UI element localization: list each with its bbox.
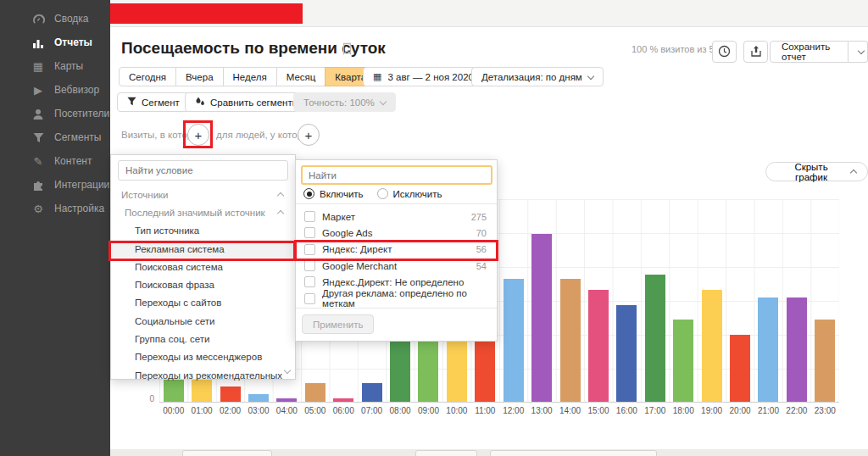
x-tick-label: 17:00 [641,406,669,415]
bar-21:00[interactable] [758,298,778,402]
bar-18:00[interactable] [673,320,693,402]
bar-12:00[interactable] [504,279,524,402]
bottom-control[interactable] [490,450,657,456]
x-axis-labels: 00:0001:0002:0003:0004:0005:0006:0007:00… [159,406,839,418]
apply-button[interactable]: Применить [302,314,374,334]
condition-search-input[interactable] [118,160,288,181]
checkbox-icon[interactable] [304,211,315,222]
ad-option-other-ads[interactable]: Другая реклама: определено по меткам [296,290,497,306]
period-yesterday[interactable]: Вчера [175,67,223,86]
visits-summary: 100 % визитов из 560 [632,44,725,54]
add-visits-condition-button[interactable]: + [187,124,209,146]
bar-22:00[interactable] [787,298,807,402]
bar-02:00[interactable] [220,386,241,402]
sidebar-item-reports[interactable]: Отчеты [0,31,110,54]
chevron-up-icon [277,210,284,217]
condition-item-search-phrase[interactable]: Поисковая фраза [111,275,295,293]
bar-04:00[interactable] [276,398,297,402]
period-today[interactable]: Сегодня [119,67,176,86]
condition-item-social-group[interactable]: Группа соц. сети [111,330,295,348]
scroll-down-icon[interactable] [285,364,290,375]
sidebar-item-webvisor[interactable]: ▶ Вебвизор [0,78,110,102]
sidebar-item-label: Вебвизор [54,84,99,96]
date-range-button[interactable]: ▦ 3 авг — 2 ноя 2020 [363,67,484,86]
condition-item-messenger-referrals[interactable]: Переходы из мессенджеров [111,348,295,366]
bar-03:00[interactable] [248,394,269,402]
detail-button[interactable]: Детализация: по дням [471,67,604,86]
sidebar-item-maps[interactable]: ▦ Карты [0,54,110,78]
save-report-menu-button[interactable] [849,41,868,63]
checkbox-icon[interactable] [304,227,315,238]
checkbox-icon[interactable] [304,260,315,271]
x-tick-label: 09:00 [415,406,442,415]
condition-item-search-engine[interactable]: Поисковая система [111,258,295,275]
condition-group-sources[interactable]: Источники [111,186,295,203]
sidebar-item-integrations[interactable]: Интеграции [0,173,110,197]
sidebar-item-label: Сегменты [54,131,101,143]
bottom-control[interactable] [415,450,477,456]
bar-19:00[interactable] [702,290,722,402]
hide-chart-button[interactable]: Скрыть график [765,162,868,181]
chevron-up-icon [850,169,857,175]
chevron-down-icon [587,72,594,79]
accuracy-button[interactable]: Точность: 100% [293,92,396,112]
ad-option-google-merchant[interactable]: Google Merchant54 [296,258,497,274]
condition-item-ad-system[interactable]: Рекламная система [111,240,295,258]
bookmark-icon[interactable] [342,42,352,57]
sidebar-item-segments[interactable]: Сегменты [0,125,110,149]
play-icon: ▶ [31,85,46,96]
bottom-control[interactable] [182,450,272,456]
condition-item-source-type[interactable]: Тип источника [111,222,295,240]
bar-05:00[interactable] [305,383,326,402]
x-tick-label: 07:00 [358,406,386,415]
condition-group-last-source[interactable]: Последний значимый источник [111,203,295,221]
checkbox-icon[interactable] [304,293,315,304]
detail-label: Детализация: по дням [481,72,582,82]
sidebar-item-summary[interactable]: Сводка [0,7,110,31]
sidebar-item-visitors[interactable]: Посетители [0,102,110,125]
bar-07:00[interactable] [362,383,382,402]
map-icon: ▦ [31,61,46,72]
redacted-counter-name [110,3,303,24]
accuracy-label: Точность: 100% [303,97,375,108]
sidebar-item-label: Контент [54,155,92,167]
bar-13:00[interactable] [531,234,552,402]
bar-23:00[interactable] [815,320,835,402]
condition-item-site-referrals[interactable]: Переходы с сайтов [111,294,295,312]
include-radio[interactable]: Включить [303,188,364,199]
history-button[interactable] [712,41,737,63]
bar-14:00[interactable] [560,279,581,402]
ad-system-search-input[interactable] [301,165,492,185]
period-month[interactable]: Месяц [276,67,326,86]
condition-list: Источники Последний значимый источник Ти… [111,186,295,384]
add-people-condition-button[interactable]: + [298,124,320,146]
condition-item-recommendation-referrals[interactable]: Переходы из рекомендательных [111,366,295,384]
bar-16:00[interactable] [616,305,637,402]
save-report-split-button: Сохранить отчет [770,41,868,63]
x-tick-label: 05:00 [301,406,329,415]
x-tick-label: 20:00 [726,406,754,415]
checkbox-icon[interactable] [304,244,315,255]
save-report-button[interactable]: Сохранить отчет [770,41,849,63]
checkbox-icon[interactable] [304,276,315,287]
sidebar-item-content[interactable]: ✎ Контент [0,149,110,173]
divider [296,203,497,204]
condition-item-social-networks[interactable]: Социальные сети [111,312,295,330]
bar-15:00[interactable] [588,290,609,402]
period-week[interactable]: Неделя [223,67,277,86]
x-tick-label: 15:00 [584,406,612,415]
bar-20:00[interactable] [730,335,750,402]
ad-option-yandex-direct[interactable]: Яндекс: Директ56 [296,242,497,258]
ad-option-google-ads[interactable]: Google Ads70 [296,225,497,241]
export-button[interactable] [743,41,768,63]
include-exclude-toggle: Включить Исключить [303,188,442,199]
gauge-icon [31,14,46,25]
bar-06:00[interactable] [333,398,353,402]
ad-option-market[interactable]: Маркет275 [296,209,497,225]
x-tick-label: 02:00 [216,406,244,415]
exclude-radio[interactable]: Исключить [377,188,442,199]
sidebar-item-settings[interactable]: ⚙ Настройка [0,197,110,220]
bar-17:00[interactable] [645,275,665,402]
sidebar-item-label: Настройка [54,203,104,214]
drops-icon [195,97,205,108]
